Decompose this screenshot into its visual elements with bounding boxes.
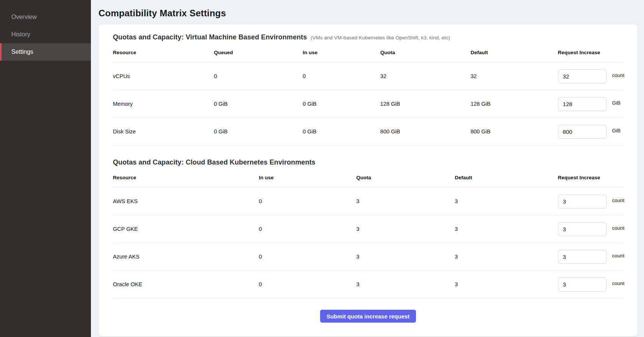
sidebar: Overview History Settings [0,0,91,337]
request-increase-cell: count [558,222,623,236]
column-header-in-use: In use [303,44,380,63]
in-use-value: 0 [303,73,306,79]
default-value: 800 GiB [470,129,490,135]
in-use-value: 0 GiB [303,101,316,107]
sidebar-item-label: History [11,31,30,38]
vm-section-subtitle: (VMs and VM-based Kubernetes like OpenSh… [311,35,450,41]
request-increase-cell: count [558,69,623,83]
request-increase-input-oracle-oke[interactable] [558,277,606,292]
request-increase-cell: count [558,250,623,264]
request-increase-input-vcpus[interactable] [558,69,606,83]
vm-quota-table: ResourceQueuedIn useQuotaDefaultRequest … [113,44,623,146]
in-use-value: 0 [259,254,262,260]
sidebar-item-overview[interactable]: Overview [0,8,91,26]
button-row: Submit quota increase request [113,310,623,323]
sidebar-item-settings[interactable]: Settings [0,43,91,61]
request-increase-cell: GiB [558,125,623,139]
request-increase-cell: count [558,194,623,208]
table-row-memory: Memory0 GiB0 GiB128 GiB128 GiBGiB [113,90,623,118]
table-row-oracle-oke: Oracle OKE033count [113,271,623,298]
request-increase-input-memory[interactable] [558,97,606,111]
column-header-request-increase: Request Increase [558,169,623,188]
queued-value: 0 GiB [214,101,228,107]
default-value: 3 [455,281,458,287]
request-increase-cell: GiB [558,97,623,111]
column-header-default: Default [455,169,558,188]
cloud-section-title: Quotas and Capacity: Cloud Based Kuberne… [113,158,316,166]
default-value: 3 [455,198,458,204]
queued-value: 0 GiB [214,129,228,135]
unit-label: GiB [612,100,621,106]
default-value: 3 [455,254,458,260]
default-value: 3 [455,226,458,232]
unit-label: count [612,197,625,203]
in-use-value: 0 [259,281,262,287]
quota-value: 3 [356,226,360,232]
unit-label: GiB [612,128,621,133]
cloud-section-heading: Quotas and Capacity: Cloud Based Kuberne… [113,158,623,166]
page-title: Compatibility Matrix Settings [98,8,638,19]
column-header-quota: Quota [380,44,470,63]
request-increase-cell: count [558,277,623,292]
quota-value: 128 GiB [380,101,400,107]
resource-name: Azure AKS [113,254,139,260]
cloud-quota-table: ResourceIn useQuotaDefaultRequest Increa… [113,169,623,298]
submit-quota-increase-button[interactable]: Submit quota increase request [320,310,416,323]
unit-label: count [612,72,625,78]
vm-section-title: Quotas and Capacity: Virtual Machine Bas… [113,33,307,41]
main-content: Compatibility Matrix Settings Quotas and… [91,0,644,337]
cloud-table-header-row: ResourceIn useQuotaDefaultRequest Increa… [113,169,623,188]
resource-name: Memory [113,101,133,107]
resource-name: Oracle OKE [113,281,142,287]
quota-value: 3 [356,281,360,287]
unit-label: count [612,253,625,259]
table-row-disk-size: Disk Size0 GiB0 GiB800 GiB800 GiBGiB [113,118,623,146]
resource-name: GCP GKE [113,226,138,232]
resource-name: vCPUs [113,73,130,79]
column-header-quota: Quota [356,169,455,188]
quota-value: 800 GiB [380,129,400,135]
settings-card: Quotas and Capacity: Virtual Machine Bas… [98,24,638,336]
sidebar-item-label: Settings [11,49,33,55]
quota-value: 3 [356,198,360,204]
default-value: 128 GiB [470,101,490,107]
vm-section-heading: Quotas and Capacity: Virtual Machine Bas… [113,33,623,41]
resource-name: Disk Size [113,129,136,135]
table-row-vcpus: vCPUs003232count [113,63,623,90]
queued-value: 0 [214,73,217,79]
vm-table-header-row: ResourceQueuedIn useQuotaDefaultRequest … [113,44,623,63]
quota-value: 3 [356,254,360,260]
default-value: 32 [470,73,477,79]
column-header-in-use: In use [259,169,356,188]
table-row-azure-aks: Azure AKS033count [113,243,623,271]
unit-label: count [612,281,625,286]
resource-name: AWS EKS [113,198,138,204]
in-use-value: 0 [259,226,262,232]
request-increase-input-gcp-gke[interactable] [558,222,606,236]
table-row-aws-eks: AWS EKS033count [113,188,623,215]
request-increase-input-aws-eks[interactable] [558,194,606,208]
table-row-gcp-gke: GCP GKE033count [113,215,623,243]
request-increase-input-azure-aks[interactable] [558,250,606,264]
column-header-resource: Resource [113,44,214,63]
column-header-queued: Queued [214,44,303,63]
in-use-value: 0 GiB [303,129,316,135]
quota-value: 32 [380,73,386,79]
sidebar-item-label: Overview [11,14,37,20]
request-increase-input-disk-size[interactable] [558,125,606,139]
column-header-resource: Resource [113,169,259,188]
in-use-value: 0 [259,198,262,204]
sidebar-item-history[interactable]: History [0,26,91,43]
unit-label: count [612,225,625,231]
column-header-request-increase: Request Increase [558,44,623,63]
app-window: Overview History Settings Compatibility … [0,0,644,337]
column-header-default: Default [470,44,558,63]
